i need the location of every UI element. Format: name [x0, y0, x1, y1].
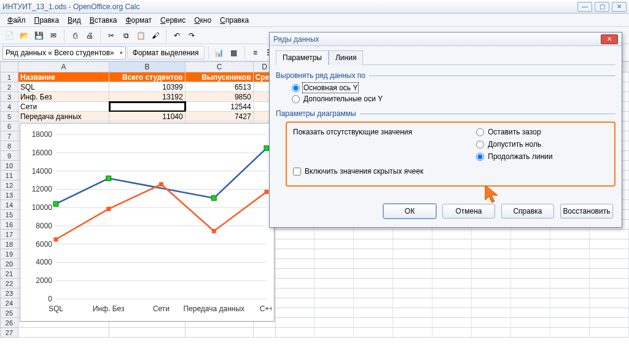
cell[interactable]	[432, 288, 472, 298]
row-header[interactable]: 21	[0, 269, 18, 279]
cell[interactable]	[550, 288, 590, 298]
cell[interactable]	[550, 328, 590, 338]
cell[interactable]	[550, 230, 590, 239]
row-header[interactable]: 27	[0, 328, 18, 338]
cell[interactable]: Передача данных	[18, 112, 109, 122]
cell[interactable]	[314, 259, 354, 269]
cell[interactable]	[393, 318, 432, 328]
cell[interactable]	[314, 249, 354, 259]
row-header[interactable]: 5	[0, 112, 18, 122]
cell[interactable]: Инф. Без	[18, 92, 109, 102]
tab-parameters[interactable]: Параметры	[276, 50, 329, 65]
cell[interactable]	[550, 298, 590, 308]
menu-Правка[interactable]: Правка	[31, 15, 63, 26]
cell[interactable]	[432, 230, 472, 239]
checkbox-hidden-cells[interactable]	[293, 168, 301, 176]
cell[interactable]: Выпускников	[186, 72, 254, 82]
row-header[interactable]: 9	[0, 151, 18, 161]
cell[interactable]	[254, 328, 276, 338]
row-header[interactable]: 23	[0, 288, 18, 298]
col-header-C[interactable]: C	[186, 61, 254, 72]
embedded-chart[interactable]: 0200040006000800010000120001400016000180…	[20, 123, 275, 322]
cell[interactable]	[511, 318, 550, 328]
radio-secondary-y[interactable]	[292, 95, 300, 103]
cell[interactable]	[314, 328, 354, 338]
reset-button[interactable]: Восстановить	[560, 204, 613, 219]
row-header[interactable]: 19	[0, 249, 18, 259]
format-selection-button[interactable]: Формат выделения	[127, 46, 205, 60]
cell[interactable]	[314, 230, 354, 239]
email-icon[interactable]: ✉	[47, 29, 60, 42]
cell[interactable]	[511, 328, 550, 338]
cell[interactable]	[354, 239, 393, 249]
cell[interactable]	[472, 230, 511, 239]
cell[interactable]: Всего студентов	[109, 72, 186, 82]
cell[interactable]	[314, 288, 354, 298]
cell[interactable]	[590, 328, 629, 338]
radio-assume-zero[interactable]	[476, 141, 484, 149]
radio-leave-gap[interactable]	[476, 128, 484, 136]
cell[interactable]	[432, 259, 472, 269]
cell[interactable]	[550, 269, 590, 279]
cell[interactable]	[511, 279, 550, 288]
cell[interactable]	[511, 239, 550, 249]
cell[interactable]	[432, 279, 472, 288]
copy-icon[interactable]: ⧉	[119, 29, 133, 42]
open-icon[interactable]: 📂	[17, 29, 31, 42]
minimize-button[interactable]: —	[577, 2, 592, 12]
data-series-select[interactable]: Ряд данных « Всего студентов»	[2, 46, 126, 60]
cell[interactable]	[550, 259, 590, 269]
cell[interactable]: 12544	[186, 102, 254, 112]
cell[interactable]	[472, 288, 511, 298]
cell[interactable]: 9850	[186, 92, 254, 102]
dialog-close-button[interactable]: ✕	[601, 34, 618, 44]
cell[interactable]	[511, 298, 550, 308]
cell[interactable]	[590, 298, 629, 308]
redo-icon[interactable]: ↷	[185, 29, 198, 42]
cell[interactable]	[472, 328, 511, 338]
cell[interactable]	[314, 318, 354, 328]
cell[interactable]	[393, 288, 432, 298]
cell[interactable]	[472, 269, 511, 279]
cell[interactable]	[354, 318, 393, 328]
cell[interactable]	[314, 239, 354, 249]
row-header[interactable]: 24	[0, 298, 18, 308]
cell[interactable]	[276, 298, 315, 308]
cell[interactable]	[393, 279, 432, 288]
cell[interactable]	[109, 328, 186, 338]
cell[interactable]	[354, 288, 393, 298]
row-header[interactable]: 1	[0, 72, 18, 82]
cell[interactable]	[472, 279, 511, 288]
maximize-button[interactable]: ▢	[595, 2, 609, 12]
cell[interactable]: 10399	[109, 82, 186, 92]
cell[interactable]: 11040	[109, 112, 186, 122]
cell[interactable]	[354, 279, 393, 288]
cell[interactable]	[393, 249, 432, 259]
cell[interactable]	[276, 308, 315, 318]
row-header[interactable]: 17	[0, 230, 18, 239]
cell[interactable]	[511, 249, 550, 259]
row-header[interactable]: 4	[0, 102, 18, 112]
cell[interactable]	[314, 298, 354, 308]
cell[interactable]: 13192	[109, 92, 186, 102]
cell[interactable]	[472, 308, 511, 318]
row-header[interactable]: 18	[0, 239, 18, 249]
cell[interactable]	[393, 328, 432, 338]
radio-continue-line[interactable]	[476, 153, 484, 161]
cell[interactable]	[590, 318, 629, 328]
cell[interactable]	[354, 259, 393, 269]
format-paint-icon[interactable]: 🖌	[149, 29, 162, 42]
cell[interactable]	[472, 259, 511, 269]
save-icon[interactable]: 💾	[32, 29, 45, 42]
cell[interactable]: SQL	[18, 82, 109, 92]
cell[interactable]	[432, 328, 472, 338]
cell[interactable]	[550, 308, 590, 318]
cell[interactable]	[314, 308, 354, 318]
cell[interactable]	[393, 239, 432, 249]
cell[interactable]	[432, 249, 472, 259]
row-header[interactable]: 22	[0, 279, 18, 288]
cell[interactable]	[186, 328, 254, 338]
cell[interactable]: Название	[18, 72, 109, 82]
row-header[interactable]: 15	[0, 210, 18, 220]
cell[interactable]	[393, 269, 432, 279]
